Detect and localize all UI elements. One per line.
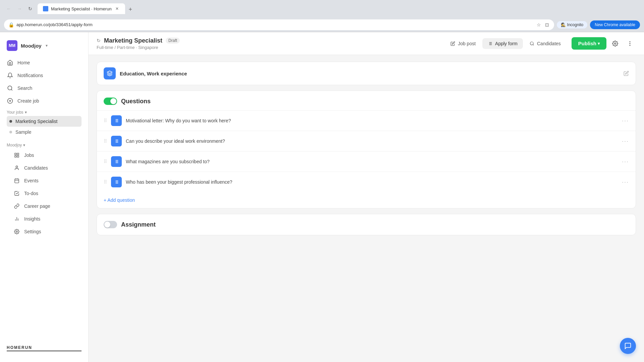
sidebar-item-jobs[interactable]: Jobs <box>7 149 82 162</box>
tab-job-post-label: Job post <box>458 41 476 46</box>
drag-handle-icon[interactable]: ⠿ <box>104 138 107 144</box>
settings-button[interactable] <box>609 38 621 50</box>
tab-job-post[interactable]: Job post <box>445 38 481 49</box>
back-button[interactable]: ← <box>4 4 13 13</box>
svg-point-28 <box>630 43 630 44</box>
sidebar-item-create-job-label: Create job <box>17 98 39 104</box>
incognito-icon: 🕵 <box>561 22 566 27</box>
svg-point-29 <box>630 45 630 46</box>
education-section-card: Education, Work experience <box>97 62 636 85</box>
tab-apply-form[interactable]: Apply form <box>482 38 523 49</box>
moodjoy-label: Moodjoy ▾ <box>7 143 82 147</box>
split-view-icon[interactable]: ⊡ <box>544 22 550 27</box>
new-chrome-button[interactable]: New Chrome available <box>590 20 640 29</box>
app-layout: MM Moodjoy ▾ Home Notifications <box>0 32 644 362</box>
drag-handle-icon[interactable]: ⠿ <box>104 159 107 164</box>
sidebar-item-home[interactable]: Home <box>0 56 88 69</box>
sidebar-item-career-page-label: Career page <box>24 203 50 209</box>
sidebar-footer: HOMERUN <box>0 340 88 357</box>
calendar-icon <box>13 177 20 184</box>
reload-button[interactable]: ↻ <box>25 4 35 13</box>
questions-header: Questions <box>97 91 636 110</box>
question-more-button-3[interactable]: ··· <box>622 158 629 165</box>
top-nav-tabs: Job post Apply form Candidates <box>445 38 566 49</box>
svg-point-0 <box>8 86 12 90</box>
more-options-button[interactable] <box>624 38 636 50</box>
incognito-button[interactable]: 🕵 Incognito <box>557 21 588 28</box>
brand-name: Moodjoy <box>21 43 42 49</box>
questions-toggle[interactable] <box>104 98 117 105</box>
sidebar-item-todos[interactable]: To-dos <box>7 187 82 200</box>
grid-icon <box>13 152 20 159</box>
your-jobs-section: Your jobs ▾ Marketing Specialist Sample <box>0 107 88 140</box>
assignment-toggle[interactable] <box>104 221 117 228</box>
sidebar-nav: Home Notifications Search Create job <box>0 56 88 340</box>
refresh-icon[interactable]: ↻ <box>97 38 101 43</box>
question-more-button-4[interactable]: ··· <box>622 179 629 186</box>
top-nav-actions: Publish ▾ <box>572 37 636 50</box>
sidebar-item-settings[interactable]: Settings <box>7 225 82 238</box>
job-title-section: ↻ Marketing Specialist Draft Full-time /… <box>97 37 440 50</box>
svg-rect-8 <box>15 156 16 157</box>
add-question-button[interactable]: + Add question <box>97 192 636 208</box>
sidebar-item-search-label: Search <box>17 85 32 91</box>
sidebar-job-sample-label: Sample <box>15 129 31 135</box>
assignment-toggle-thumb <box>104 222 110 228</box>
new-tab-button[interactable]: + <box>126 5 135 14</box>
sidebar-item-events[interactable]: Events <box>7 174 82 187</box>
sidebar-item-candidates[interactable]: Candidates <box>7 162 82 174</box>
publish-button[interactable]: Publish ▾ <box>572 37 606 50</box>
question-more-button-1[interactable]: ··· <box>622 117 629 124</box>
lock-icon: 🔒 <box>8 22 14 27</box>
tab-candidates[interactable]: Candidates <box>524 38 566 49</box>
bookmark-icon[interactable]: ☆ <box>536 22 542 27</box>
check-icon <box>13 190 20 197</box>
browser-tab[interactable]: Marketing Specialist · Homerun ✕ <box>38 3 125 14</box>
sidebar-item-settings-label: Settings <box>24 229 41 234</box>
question-text-1: Motivational letter: Why do you want to … <box>126 118 618 123</box>
homerun-underline <box>7 351 82 351</box>
tab-close-button[interactable]: ✕ <box>114 6 120 11</box>
job-dot-inactive <box>9 131 12 133</box>
question-type-icon <box>111 136 122 146</box>
browser-chrome: ← → ↻ Marketing Specialist · Homerun ✕ + <box>0 0 644 17</box>
sidebar-item-notifications-label: Notifications <box>17 73 43 78</box>
question-item: ⠿ Can you describe your ideal work envir… <box>97 131 636 151</box>
question-text-2: Can you describe your ideal work environ… <box>126 138 618 144</box>
link-icon <box>13 203 20 209</box>
job-subtitle: Full-time / Part-time · Singapore <box>97 45 440 50</box>
chart-icon <box>13 216 20 222</box>
question-more-button-2[interactable]: ··· <box>622 138 629 145</box>
drag-handle-icon[interactable]: ⠿ <box>104 118 107 123</box>
education-edit-icon[interactable] <box>624 71 629 76</box>
svg-rect-10 <box>15 179 19 183</box>
chat-fab-button[interactable] <box>620 338 636 354</box>
browser-tabs: Marketing Specialist · Homerun ✕ + <box>38 3 640 14</box>
sidebar-item-notifications[interactable]: Notifications <box>0 69 88 82</box>
sidebar-item-create-job[interactable]: Create job <box>0 95 88 107</box>
home-icon <box>7 59 13 66</box>
question-type-icon <box>111 115 122 126</box>
drag-handle-icon[interactable]: ⠿ <box>104 179 107 185</box>
sidebar-item-career-page[interactable]: Career page <box>7 200 82 213</box>
bell-icon <box>7 72 13 79</box>
question-text-3: What magazines are you subscribed to? <box>126 159 618 164</box>
svg-rect-7 <box>17 156 19 157</box>
sidebar-item-insights-label: Insights <box>24 216 40 222</box>
address-icons: ☆ ⊡ <box>536 22 550 27</box>
svg-rect-6 <box>17 153 19 155</box>
job-title: Marketing Specialist <box>104 37 162 44</box>
sidebar-job-sample[interactable]: Sample <box>7 127 82 137</box>
question-item: ⠿ Motivational letter: Why do you want t… <box>97 110 636 131</box>
plus-icon <box>7 98 13 104</box>
address-bar-row: 🔒 app.homerun.co/job/336451/apply-form ☆… <box>0 17 644 32</box>
moodjoy-section: Moodjoy ▾ Jobs Candidates <box>0 140 88 241</box>
sidebar-job-marketing-specialist[interactable]: Marketing Specialist <box>7 116 82 127</box>
tab-title: Marketing Specialist · Homerun <box>51 6 112 11</box>
sidebar-item-insights[interactable]: Insights <box>7 213 82 225</box>
question-item: ⠿ Who has been your biggest professional… <box>97 172 636 192</box>
address-bar[interactable]: 🔒 app.homerun.co/job/336451/apply-form ☆… <box>4 19 554 30</box>
forward-button[interactable]: → <box>15 4 24 13</box>
svg-point-24 <box>530 42 533 45</box>
sidebar-item-search[interactable]: Search <box>0 82 88 95</box>
